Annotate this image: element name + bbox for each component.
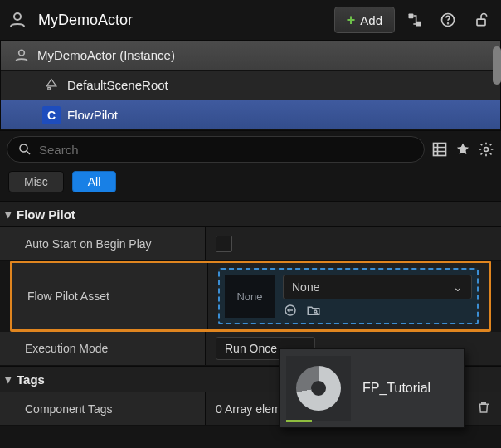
search-input[interactable]: [39, 143, 414, 157]
checkbox-auto-start[interactable]: [216, 236, 232, 252]
svg-point-0: [14, 13, 21, 20]
label-auto-start: Auto Start on Begin Play: [0, 227, 206, 260]
svg-point-4: [448, 23, 449, 24]
actor-title: MyDemoActor: [38, 12, 334, 29]
section-tags-title: Tags: [17, 373, 45, 387]
property-matrix-icon[interactable]: [431, 141, 448, 158]
prop-flow-pilot-asset-highlight: Flow Pilot Asset None None ⌄: [10, 261, 491, 332]
chevron-down-icon: ▾: [5, 207, 12, 222]
outliner-row-default-scene-root[interactable]: DefaultSceneRoot: [1, 71, 500, 100]
svg-rect-5: [477, 19, 485, 25]
svg-point-8: [20, 144, 27, 152]
label-execution-mode: Execution Mode: [0, 332, 206, 365]
plus-icon: +: [347, 12, 356, 27]
section-flow-pilot-title: Flow Pilot: [17, 207, 75, 222]
search-row: [0, 131, 501, 168]
outliner-row-root[interactable]: MyDemoActor (Instance): [1, 41, 500, 71]
label-component-tags: Component Tags: [0, 392, 206, 425]
svg-rect-7: [48, 87, 51, 90]
tooltip-thumbnail: [286, 356, 351, 421]
drag-asset-tooltip: FP_Tutorial: [279, 348, 465, 428]
asset-dropdown-value: None: [292, 280, 319, 294]
use-selected-icon[interactable]: [283, 303, 298, 318]
svg-rect-1: [409, 14, 414, 19]
filter-row: Misc All: [0, 168, 501, 201]
scene-root-icon: [42, 76, 61, 95]
details-header: MyDemoActor + Add: [0, 0, 501, 40]
browse-icon[interactable]: [306, 303, 321, 318]
search-icon: [17, 142, 32, 157]
pie-chart-icon: [296, 366, 341, 411]
svg-rect-2: [416, 22, 421, 27]
svg-point-10: [484, 148, 489, 152]
svg-point-6: [19, 50, 25, 56]
favorites-icon[interactable]: [455, 141, 471, 158]
add-label: Add: [360, 13, 382, 27]
outliner-row-flowpilot[interactable]: C FlowPilot: [1, 100, 500, 130]
section-flow-pilot[interactable]: ▾ Flow Pilot: [0, 201, 501, 227]
lock-icon[interactable]: [468, 7, 494, 33]
outliner-flowpilot-label: FlowPilot: [67, 108, 118, 122]
blueprint-icon[interactable]: [401, 7, 428, 33]
add-component-button[interactable]: + Add: [334, 7, 395, 33]
asset-thumbnail[interactable]: None: [225, 275, 275, 318]
actor-icon: [7, 9, 28, 31]
filter-misc[interactable]: Misc: [8, 171, 64, 192]
outliner-scene-root-label: DefaultSceneRoot: [67, 78, 168, 92]
svg-rect-9: [434, 144, 446, 156]
asset-drop-target[interactable]: None None ⌄: [218, 268, 479, 324]
svg-point-12: [314, 310, 317, 313]
settings-icon[interactable]: [478, 141, 494, 158]
label-flow-pilot-asset: Flow Pilot Asset: [12, 263, 208, 329]
help-icon[interactable]: [435, 7, 461, 33]
search-box[interactable]: [7, 136, 425, 163]
prop-auto-start: Auto Start on Begin Play: [0, 227, 501, 261]
outliner-root-label: MyDemoActor (Instance): [37, 48, 175, 62]
clear-array-icon[interactable]: [476, 400, 491, 417]
chevron-down-icon: ⌄: [453, 280, 463, 294]
outliner-scrollbar[interactable]: [493, 46, 501, 85]
chevron-down-icon: ▾: [5, 372, 12, 387]
flowpilot-icon: C: [42, 106, 61, 124]
tooltip-label: FP_Tutorial: [362, 381, 430, 396]
component-outliner: MyDemoActor (Instance) DefaultSceneRoot …: [0, 40, 501, 131]
filter-all[interactable]: All: [72, 171, 117, 192]
actor-icon: [12, 46, 31, 65]
execution-value: Run Once: [225, 342, 277, 355]
asset-dropdown[interactable]: None ⌄: [283, 275, 472, 299]
